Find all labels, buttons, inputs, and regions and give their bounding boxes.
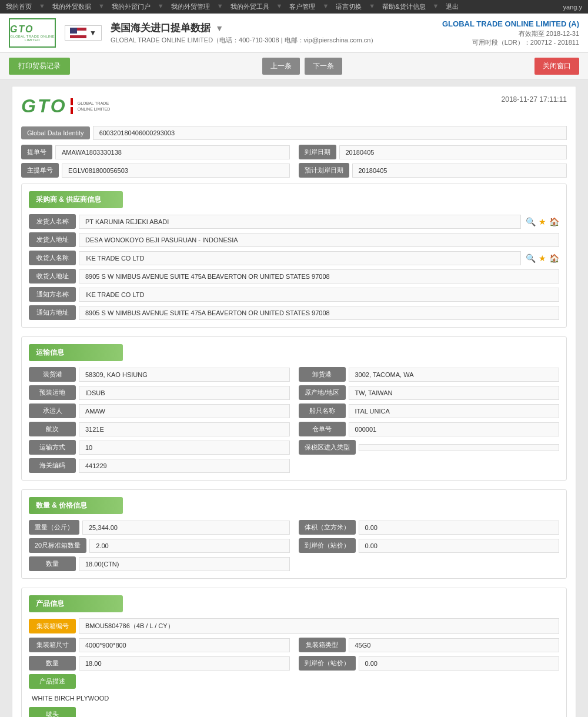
print-button-top[interactable]: 打印贸易记录 xyxy=(9,58,70,75)
next-button-top[interactable]: 下一条 xyxy=(305,58,342,75)
transport-row4: 航次 3121E 仓单号 000001 xyxy=(29,422,559,436)
weight-label: 重量（公斤） xyxy=(29,520,79,535)
container20-value: 2.00 xyxy=(89,539,289,553)
container-no-row: 集装箱编号 BMOU5804786（4B / L / CY） xyxy=(29,618,559,634)
loading-port-label: 装货港 xyxy=(29,367,76,382)
customs-code-value: 441229 xyxy=(79,459,290,473)
nav-foreign-tools[interactable]: 我的外贸工具 xyxy=(230,2,269,11)
arrival-price-value: 0.00 xyxy=(359,539,560,553)
qty-row1: 重量（公斤） 25,344.00 体积（立方米） 0.00 xyxy=(29,520,559,535)
qty-row2: 20尺标准箱数量 2.00 到岸价（站价） 0.00 xyxy=(29,538,559,553)
star-icon-2[interactable]: ★ xyxy=(539,254,546,263)
consignee-name-label: 收货人名称 xyxy=(29,251,76,265)
container-no-value: BMOU5804786（4B / L / CY） xyxy=(79,618,559,634)
product-desc-text-row: WHITE BIRCH PLYWOOD xyxy=(29,692,559,707)
carrier-label: 承运人 xyxy=(29,403,76,418)
shipper-addr-label: 发货人地址 xyxy=(29,232,76,247)
notify-name-label: 通知方名称 xyxy=(29,287,76,302)
nav-foreign-portal[interactable]: 我的外贸门户 xyxy=(112,2,151,11)
transport-row5: 运输方式 10 保税区进入类型 xyxy=(29,440,559,455)
transport-header: 运输信息 xyxy=(29,344,559,367)
consignee-addr-row: 收货人地址 8905 S W NIMBUS AVENUE SUITE 475A … xyxy=(29,269,559,284)
container-no-button[interactable]: 集装箱编号 xyxy=(29,619,76,633)
current-user: yang.y xyxy=(563,4,582,11)
nav-foreign-data[interactable]: 我的外贸数据 xyxy=(52,2,91,11)
container-type-value: 45G0 xyxy=(349,638,560,652)
container-type-label: 集装箱类型 xyxy=(299,638,346,652)
nav-customer-mgmt[interactable]: 客户管理 xyxy=(289,2,315,11)
qty-value: 18.00(CTN) xyxy=(79,557,290,571)
weight-value: 25,344.00 xyxy=(82,521,290,535)
arrival-price2-label: 到岸价（站价） xyxy=(299,656,356,671)
notify-addr-value: 8905 S W NIMBUS AVENUE SUITE 475A BEAVER… xyxy=(79,306,559,320)
arrival-date-value: 20180405 xyxy=(339,145,567,159)
home-icon-2[interactable]: 🏠 xyxy=(549,254,559,263)
doc-header: GTO GLOBAL TRADE ONLINE LIMITED 2018-11-… xyxy=(21,95,567,117)
notify-name-row: 通知方名称 IKE TRADE CO LTD xyxy=(29,287,559,302)
product-section: 产品信息 集装箱编号 BMOU5804786（4B / L / CY） 集装箱尺… xyxy=(21,588,567,717)
company-info: GLOBAL TRADE ONLINE LIMITED（电话：400-710-3… xyxy=(111,36,377,45)
nav-home[interactable]: 我的首页 xyxy=(6,2,32,11)
nav-items: 我的首页 ▼ 我的外贸数据 ▼ 我的外贸门户 ▼ 我的外贸管理 ▼ 我的外贸工具… xyxy=(6,2,459,11)
doc-logo: GTO GLOBAL TRADE ONLINE LIMITED xyxy=(21,95,125,117)
doc-logo-lines xyxy=(71,98,73,114)
global-id-value: 600320180406000293003 xyxy=(93,126,567,140)
consignee-addr-label: 收货人地址 xyxy=(29,269,76,284)
header-right: GLOBAL TRADE ONLINE LIMITED (A) 有效期至 201… xyxy=(442,19,579,47)
logo-area: GTO GLOBAL TRADE ONLINE LIMITED xyxy=(9,18,56,48)
nav-help[interactable]: 帮助&货计信息 xyxy=(382,2,425,11)
consignee-name-row: 收货人名称 IKE TRADE CO LTD 🔍 ★ 🏠 xyxy=(29,251,559,265)
shipper-addr-value: DESA WONOKOYO BEJI PASURUAN - INDONESIA xyxy=(79,233,559,247)
top-navigation: 我的首页 ▼ 我的外贸数据 ▼ 我的外贸门户 ▼ 我的外贸管理 ▼ 我的外贸工具… xyxy=(0,0,588,14)
transport-row1: 装货港 58309, KAO HSIUNG 卸货港 3002, TACOMA, … xyxy=(29,367,559,382)
pre-transport-label: 预装运地 xyxy=(29,385,76,400)
buyer-supplier-header: 采购商 & 供应商信息 xyxy=(29,191,559,214)
consignee-name-icons: 🔍 ★ 🏠 xyxy=(526,254,559,263)
voyage-label: 航次 xyxy=(29,422,76,436)
nav-language[interactable]: 语言切换 xyxy=(336,2,362,11)
nav-foreign-mgmt[interactable]: 我的外贸管理 xyxy=(171,2,210,11)
logo-subtitle: GLOBAL TRADE ONLINE LIMITED xyxy=(10,35,55,42)
home-icon[interactable]: 🏠 xyxy=(549,217,559,226)
master-bill-label: 主提单号 xyxy=(21,163,59,178)
validity-info: 有效期至 2018-12-31 xyxy=(442,29,579,38)
pre-transport-value: IDSUB xyxy=(79,386,290,400)
unloading-port-value: 3002, TACOMA, WA xyxy=(349,368,560,382)
product-qty-value: 18.00 xyxy=(79,656,290,671)
title-arrow: ▼ xyxy=(215,24,223,33)
search-icon-2[interactable]: 🔍 xyxy=(526,254,536,263)
product-desc-button[interactable]: 产品描述 xyxy=(29,674,76,689)
doc-timestamp: 2018-11-27 17:11:11 xyxy=(502,95,567,104)
origin-label: 原产地/地区 xyxy=(299,385,346,400)
arrival-price-label: 到岸价（站价） xyxy=(299,538,356,553)
customs-code-label: 海关编码 xyxy=(29,458,76,473)
bonded-label: 保税区进入类型 xyxy=(299,440,356,455)
unloading-port-label: 卸货港 xyxy=(299,367,346,382)
origin-value: TW, TAIWAN xyxy=(349,386,560,400)
page-header: GTO GLOBAL TRADE ONLINE LIMITED ▼ 美国海关进口… xyxy=(0,14,588,53)
consignee-addr-value: 8905 S W NIMBUS AVENUE SUITE 475A BEAVER… xyxy=(79,269,559,284)
company-name-right: GLOBAL TRADE ONLINE LIMITED (A) xyxy=(442,19,579,28)
flag-selector[interactable]: ▼ xyxy=(65,25,102,41)
shipper-name-label: 发货人名称 xyxy=(29,214,76,229)
container-size-value: 4000*900*800 xyxy=(79,638,290,652)
volume-label: 体积（立方米） xyxy=(299,520,356,535)
arrival-date-label: 到岸日期 xyxy=(299,145,336,159)
ldr-info: 可用时段（LDR）：200712 - 201811 xyxy=(442,38,579,47)
marks-button[interactable]: 唛头 xyxy=(29,707,76,717)
doc-logo-subtitle: GLOBAL TRADE ONLINE LIMITED xyxy=(78,101,125,111)
close-button-top[interactable]: 关闭窗口 xyxy=(534,58,579,75)
transport-mode-label: 运输方式 xyxy=(29,440,76,455)
shipper-name-row: 发货人名称 PT KARUNIA REJEKI ABADI 🔍 ★ 🏠 xyxy=(29,214,559,229)
flag-dropdown-arrow[interactable]: ▼ xyxy=(89,29,96,37)
nav-logout[interactable]: 退出 xyxy=(446,2,459,11)
buyer-supplier-section: 采购商 & 供应商信息 发货人名称 PT KARUNIA REJEKI ABAD… xyxy=(21,184,567,328)
container-details-row: 集装箱尺寸 4000*900*800 集装箱类型 45G0 xyxy=(29,638,559,652)
notify-addr-row: 通知方地址 8905 S W NIMBUS AVENUE SUITE 475A … xyxy=(29,305,559,320)
prev-button-top[interactable]: 上一条 xyxy=(262,58,300,75)
star-icon[interactable]: ★ xyxy=(539,217,546,226)
product-desc-text: WHITE BIRCH PLYWOOD xyxy=(32,695,109,702)
search-icon[interactable]: 🔍 xyxy=(526,217,536,226)
product-desc-row: 产品描述 xyxy=(29,674,559,689)
page-title: 美国海关进口提单数据 ▼ xyxy=(111,21,377,35)
